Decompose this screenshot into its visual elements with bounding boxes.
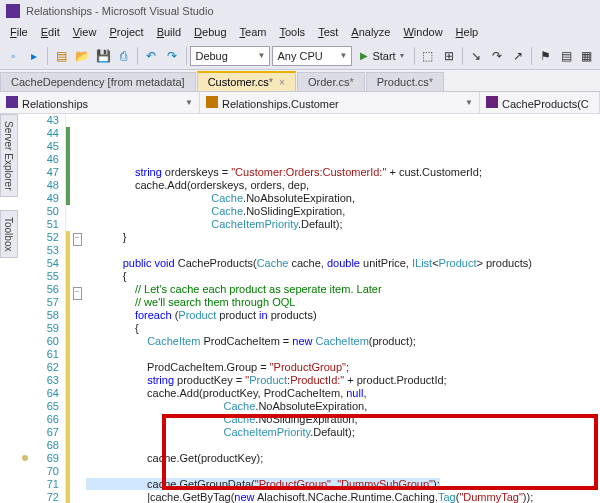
doc-tab[interactable]: CacheDependency [from metadata] bbox=[0, 72, 196, 91]
menu-project[interactable]: Project bbox=[103, 24, 149, 40]
menu-tools[interactable]: Tools bbox=[273, 24, 311, 40]
chevron-down-icon: ▼ bbox=[465, 98, 473, 107]
chevron-down-icon: ▼ bbox=[185, 98, 193, 107]
document-tabs: CacheDependency [from metadata]Customer.… bbox=[0, 70, 600, 92]
separator bbox=[186, 47, 187, 65]
nav-back-icon[interactable]: ◦ bbox=[4, 46, 23, 66]
separator bbox=[462, 47, 463, 65]
doc-tab[interactable]: Order.cs* bbox=[297, 72, 365, 91]
nav-member-label: CacheProducts(C bbox=[502, 98, 589, 110]
nav-project-combo[interactable]: Relationships▼ bbox=[0, 92, 200, 113]
menu-debug[interactable]: Debug bbox=[188, 24, 232, 40]
nav-fwd-icon[interactable]: ▸ bbox=[25, 46, 44, 66]
flag-icon[interactable]: ⚑ bbox=[536, 46, 555, 66]
nav-project-label: Relationships bbox=[22, 98, 88, 110]
tool-icon[interactable]: ⬚ bbox=[419, 46, 438, 66]
project-icon bbox=[6, 96, 18, 108]
new-project-icon[interactable]: ▤ bbox=[52, 46, 71, 66]
nav-class-combo[interactable]: Relationships.Customer▼ bbox=[200, 92, 480, 113]
step-out-icon[interactable]: ↗ bbox=[508, 46, 527, 66]
menu-build[interactable]: Build bbox=[151, 24, 187, 40]
save-icon[interactable]: 💾 bbox=[94, 46, 113, 66]
platform-combo[interactable]: Any CPU▼ bbox=[272, 46, 352, 66]
code-area[interactable]: string orderskeys = "Customer:Orders:Cus… bbox=[84, 114, 600, 503]
platform-label: Any CPU bbox=[277, 50, 322, 62]
fold-margin: −− bbox=[70, 114, 84, 503]
step-over-icon[interactable]: ↷ bbox=[488, 46, 507, 66]
start-button[interactable]: ▶Start ▾ bbox=[354, 46, 409, 66]
chevron-down-icon: ▼ bbox=[258, 51, 266, 60]
nav-class-label: Relationships.Customer bbox=[222, 98, 339, 110]
method-icon bbox=[486, 96, 498, 108]
tool-icon[interactable]: ⊞ bbox=[439, 46, 458, 66]
config-combo[interactable]: Debug▼ bbox=[190, 46, 270, 66]
nav-member-combo[interactable]: CacheProducts(C bbox=[480, 92, 600, 113]
menu-view[interactable]: View bbox=[67, 24, 103, 40]
window-title: Relationships - Microsoft Visual Studio bbox=[26, 5, 214, 17]
menu-window[interactable]: Window bbox=[397, 24, 448, 40]
separator bbox=[414, 47, 415, 65]
start-label: Start bbox=[372, 50, 395, 62]
open-file-icon[interactable]: 📂 bbox=[73, 46, 92, 66]
code-editor[interactable]: 4344454647484950515253545556575859606162… bbox=[18, 114, 600, 503]
menu-analyze[interactable]: Analyze bbox=[345, 24, 396, 40]
separator bbox=[47, 47, 48, 65]
menu-help[interactable]: Help bbox=[450, 24, 485, 40]
undo-icon[interactable]: ↶ bbox=[142, 46, 161, 66]
config-label: Debug bbox=[195, 50, 227, 62]
menu-file[interactable]: File bbox=[4, 24, 34, 40]
line-number-gutter: 4344454647484950515253545556575859606162… bbox=[18, 114, 66, 503]
side-tab-toolbox[interactable]: Toolbox bbox=[0, 210, 18, 258]
redo-icon[interactable]: ↷ bbox=[163, 46, 182, 66]
nav-bar: Relationships▼ Relationships.Customer▼ C… bbox=[0, 92, 600, 114]
chevron-down-icon: ▼ bbox=[340, 51, 348, 60]
save-all-icon[interactable]: ⎙ bbox=[114, 46, 133, 66]
step-into-icon[interactable]: ↘ bbox=[467, 46, 486, 66]
separator bbox=[137, 47, 138, 65]
chevron-down-icon: ▾ bbox=[400, 51, 404, 60]
main-toolbar: ◦ ▸ ▤ 📂 💾 ⎙ ↶ ↷ Debug▼ Any CPU▼ ▶Start ▾… bbox=[0, 42, 600, 70]
play-icon: ▶ bbox=[360, 50, 368, 61]
vs-logo-icon bbox=[6, 4, 20, 18]
doc-tab[interactable]: Product.cs* bbox=[366, 72, 444, 91]
menu-team[interactable]: Team bbox=[234, 24, 273, 40]
side-tab-server-explorer[interactable]: Server Explorer bbox=[0, 114, 18, 197]
title-bar: Relationships - Microsoft Visual Studio bbox=[0, 0, 600, 22]
doc-tab[interactable]: Customer.cs*× bbox=[197, 71, 296, 91]
menu-bar: FileEditViewProjectBuildDebugTeamToolsTe… bbox=[0, 22, 600, 42]
menu-edit[interactable]: Edit bbox=[35, 24, 66, 40]
list-icon[interactable]: ▦ bbox=[577, 46, 596, 66]
list-icon[interactable]: ▤ bbox=[557, 46, 576, 66]
separator bbox=[531, 47, 532, 65]
menu-test[interactable]: Test bbox=[312, 24, 344, 40]
class-icon bbox=[206, 96, 218, 108]
